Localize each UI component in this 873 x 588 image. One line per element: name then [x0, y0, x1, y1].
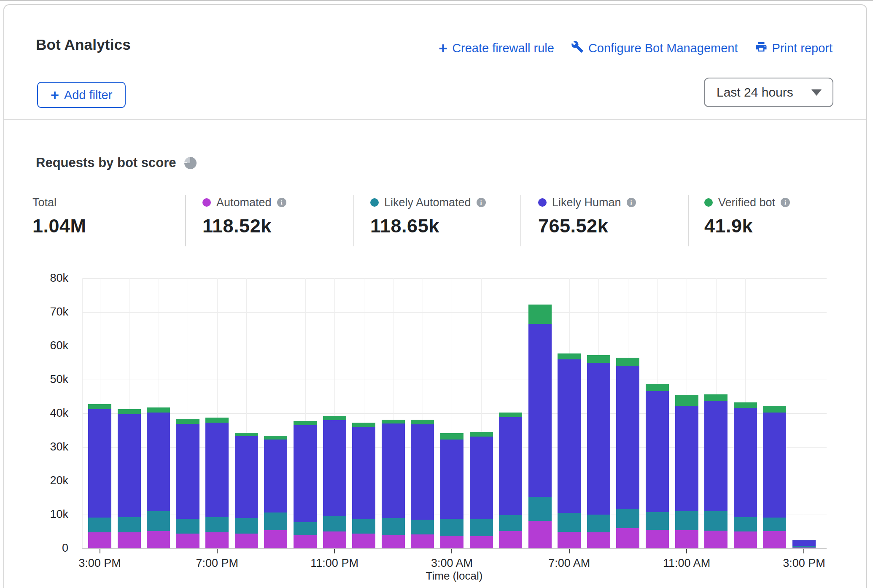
bar-segment-likely-human[interactable] [734, 408, 757, 517]
bar-segment-likely-automated[interactable] [411, 520, 434, 534]
bar-segment-verified-bot[interactable] [323, 416, 346, 420]
bar-segment-automated[interactable] [528, 521, 552, 548]
bar-segment-likely-automated[interactable] [294, 522, 317, 535]
bar-segment-likely-human[interactable] [763, 413, 786, 518]
bar-segment-verified-bot[interactable] [294, 421, 317, 425]
bar-segment-likely-human[interactable] [118, 414, 141, 517]
bar-segment-likely-human[interactable] [205, 423, 229, 517]
bar-segment-automated[interactable] [176, 534, 199, 548]
bar-segment-automated[interactable] [323, 531, 346, 548]
bar-segment-likely-automated[interactable] [352, 519, 375, 534]
bar-segment-likely-human[interactable] [411, 424, 434, 520]
bar-segment-verified-bot[interactable] [734, 402, 757, 408]
bar-segment-verified-bot[interactable] [587, 355, 610, 363]
bar-segment-likely-human[interactable] [440, 440, 463, 518]
bar-segment-likely-human[interactable] [528, 324, 552, 497]
bar-segment-automated[interactable] [88, 532, 111, 548]
bar-segment-automated[interactable] [411, 534, 434, 548]
bar-segment-likely-automated[interactable] [440, 519, 463, 536]
bar-segment-automated[interactable] [558, 532, 581, 548]
bar-segment-verified-bot[interactable] [147, 407, 170, 413]
bar-segment-likely-human[interactable] [499, 417, 522, 515]
bar-segment-likely-human[interactable] [382, 423, 405, 518]
bar-segment-automated[interactable] [675, 530, 698, 548]
bar-segment-likely-automated[interactable] [528, 497, 552, 521]
bar-segment-verified-bot[interactable] [235, 433, 258, 437]
bar-segment-likely-human[interactable] [264, 440, 287, 513]
bar-segment-likely-human[interactable] [294, 425, 317, 522]
bar-segment-verified-bot[interactable] [558, 353, 581, 359]
bar-segment-likely-automated[interactable] [88, 518, 111, 532]
bar-segment-likely-automated[interactable] [763, 518, 786, 531]
bar-segment-automated[interactable] [470, 536, 493, 548]
bar-segment-likely-human[interactable] [704, 401, 728, 511]
bar-segment-automated[interactable] [792, 548, 816, 548]
bar-segment-likely-automated[interactable] [382, 518, 405, 535]
bar-segment-verified-bot[interactable] [499, 413, 522, 417]
info-icon[interactable]: i [627, 198, 636, 207]
bar-segment-automated[interactable] [616, 528, 639, 548]
create-firewall-rule-link[interactable]: + Create firewall rule [439, 41, 554, 55]
bar-segment-verified-bot[interactable] [176, 419, 199, 424]
bar-segment-likely-automated[interactable] [205, 517, 229, 532]
bar-segment-verified-bot[interactable] [704, 394, 728, 401]
bar-segment-likely-automated[interactable] [499, 515, 522, 531]
bar-segment-verified-bot[interactable] [411, 420, 434, 424]
bar-segment-verified-bot[interactable] [118, 409, 141, 414]
bar-segment-verified-bot[interactable] [88, 404, 111, 409]
bar-segment-likely-automated[interactable] [470, 519, 493, 536]
bar-segment-likely-human[interactable] [792, 540, 816, 546]
bar-segment-likely-human[interactable] [587, 363, 610, 515]
bar-segment-likely-human[interactable] [616, 366, 639, 508]
add-filter-button[interactable]: + Add filter [37, 82, 126, 108]
bar-segment-automated[interactable] [704, 531, 728, 548]
print-report-link[interactable]: Print report [755, 40, 833, 56]
bar-segment-automated[interactable] [147, 531, 170, 548]
bar-segment-automated[interactable] [382, 535, 405, 548]
bar-segment-automated[interactable] [734, 531, 757, 548]
bar-segment-likely-automated[interactable] [176, 519, 199, 534]
bar-segment-likely-human[interactable] [675, 406, 698, 511]
info-icon[interactable]: i [277, 198, 286, 207]
bar-segment-likely-automated[interactable] [587, 515, 610, 532]
bar-segment-automated[interactable] [205, 532, 229, 548]
bar-segment-verified-bot[interactable] [528, 305, 552, 324]
bar-segment-likely-human[interactable] [176, 424, 199, 519]
bar-segment-automated[interactable] [264, 530, 287, 548]
bar-segment-likely-automated[interactable] [558, 513, 581, 532]
bar-segment-verified-bot[interactable] [646, 384, 669, 391]
bar-segment-automated[interactable] [352, 534, 375, 548]
bar-segment-likely-human[interactable] [88, 409, 111, 518]
bar-segment-likely-automated[interactable] [147, 511, 170, 531]
bar-segment-likely-automated[interactable] [264, 512, 287, 530]
bar-segment-automated[interactable] [646, 530, 669, 548]
bar-segment-likely-human[interactable] [558, 359, 581, 513]
bar-segment-likely-human[interactable] [352, 427, 375, 519]
bar-segment-automated[interactable] [235, 534, 258, 548]
bar-segment-likely-human[interactable] [147, 413, 170, 511]
bar-segment-likely-human[interactable] [235, 436, 258, 518]
bar-segment-verified-bot[interactable] [675, 395, 698, 406]
bar-segment-verified-bot[interactable] [382, 420, 405, 423]
bar-segment-likely-human[interactable] [470, 437, 493, 519]
bar-segment-likely-automated[interactable] [704, 511, 728, 531]
bar-segment-verified-bot[interactable] [470, 432, 493, 437]
bar-segment-likely-automated[interactable] [675, 511, 698, 530]
bar-segment-likely-automated[interactable] [235, 518, 258, 534]
bar-segment-verified-bot[interactable] [205, 418, 229, 423]
bar-segment-automated[interactable] [587, 532, 610, 548]
bar-segment-likely-human[interactable] [646, 391, 669, 512]
info-icon[interactable]: i [477, 198, 486, 207]
bar-segment-verified-bot[interactable] [616, 358, 639, 366]
bar-segment-likely-automated[interactable] [616, 509, 639, 528]
bar-segment-automated[interactable] [118, 532, 141, 548]
bar-segment-automated[interactable] [499, 531, 522, 548]
bar-segment-likely-automated[interactable] [323, 516, 346, 531]
bar-segment-verified-bot[interactable] [264, 436, 287, 440]
bar-segment-automated[interactable] [763, 531, 786, 548]
bar-segment-likely-automated[interactable] [118, 517, 141, 532]
bar-segment-likely-human[interactable] [323, 420, 346, 516]
bar-segment-verified-bot[interactable] [352, 423, 375, 427]
bar-segment-likely-automated[interactable] [734, 517, 757, 531]
bar-segment-automated[interactable] [440, 536, 463, 548]
